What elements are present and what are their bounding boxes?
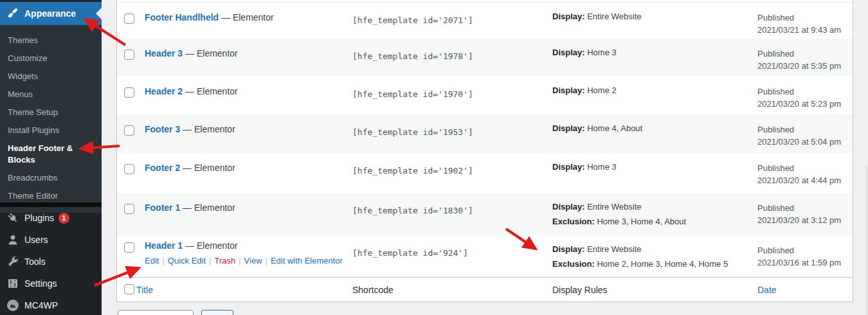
row-date-value: 2021/03/16 at 1:59 pm [757, 256, 841, 269]
row-display-rules: Display: Home 2 [552, 86, 617, 101]
apply-button[interactable] [201, 310, 233, 315]
paintbrush-icon [6, 7, 19, 20]
row-action-view[interactable]: View [244, 256, 262, 266]
appearance-submenu: ThemesCustomizeWidgetsMenusTheme SetupIn… [0, 25, 102, 213]
title-cell: Header 3 — Elementor [145, 48, 238, 59]
sidebar-item-plugins[interactable]: Plugins 1 [0, 207, 102, 229]
table-row: Header 1 — Elementor Edit|Quick Edit|Tra… [117, 235, 853, 277]
sidebar-item-label: Menus [8, 89, 33, 99]
row-status: Published [757, 202, 841, 214]
display-label: Display: [552, 12, 585, 21]
row-title-link[interactable]: Header 3 [145, 48, 183, 59]
row-checkbox[interactable] [124, 204, 134, 214]
exclusion-label: Exclusion: [552, 259, 595, 269]
table-row: Footer 1 — Elementor [hfe_template id='1… [117, 193, 853, 235]
display-label: Display: [552, 202, 585, 212]
sidebar-item-label: Header Footer & Blocks [8, 143, 73, 165]
column-header-date[interactable]: Date [757, 285, 777, 295]
row-status: Published [757, 48, 841, 60]
title-cell: Header 1 — Elementor Edit|Quick Edit|Tra… [145, 240, 343, 267]
sidebar-item-mc4wp[interactable]: MC4WP [0, 294, 102, 315]
title-cell: Footer 2 — Elementor [145, 162, 235, 174]
sidebar-item-appearance[interactable]: Appearance [0, 2, 102, 25]
admin-main-menu: Plugins 1 Users Tools Settings [0, 207, 102, 315]
row-status: Published [757, 12, 841, 24]
title-cell: Footer 3 — Elementor [145, 123, 235, 135]
sidebar-item-tools[interactable]: Tools [0, 251, 102, 273]
row-action-quick-edit[interactable]: Quick Edit [168, 256, 206, 266]
row-date-value: 2021/03/20 at 4:44 pm [757, 174, 841, 186]
sidebar-item-themes[interactable]: Themes [0, 32, 102, 50]
row-status: Published [757, 86, 841, 98]
row-status: Published [757, 123, 841, 136]
sidebar-item-label: Appearance [24, 8, 76, 19]
sidebar-item-theme-setup[interactable]: Theme Setup [0, 104, 102, 122]
row-action-trash[interactable]: Trash [214, 256, 235, 266]
action-separator: | [162, 256, 164, 266]
display-label: Display: [552, 86, 585, 95]
table-row: Footer 3 — Elementor [hfe_template id='1… [117, 114, 853, 153]
column-header-display-rules: Display Rules [552, 285, 608, 295]
row-title-link[interactable]: Footer 1 [145, 203, 180, 213]
row-date: Published 2021/03/20 at 3:12 pm [757, 202, 841, 226]
row-checkbox[interactable] [124, 242, 134, 253]
row-action-edit[interactable]: Edit [145, 256, 159, 266]
list-table-body: Footer Handlheld — Elementor [hfe_templa… [117, 3, 853, 277]
sidebar-item-customize[interactable]: Customize [0, 50, 102, 68]
bulk-actions-select[interactable] [118, 310, 194, 315]
sidebar-item-label: Breadcrumbs [8, 173, 57, 183]
settings-icon [6, 277, 19, 290]
row-date-value: 2021/03/20 at 5:23 pm [757, 98, 841, 110]
row-title-suffix: — Elementor [180, 124, 235, 134]
row-shortcode: [hfe_template id='2071'] [352, 15, 473, 25]
row-actions: Edit|Quick Edit|Trash|View|Edit with Ele… [145, 255, 343, 267]
display-value: Home 4, About [587, 123, 642, 133]
row-status: Published [757, 162, 841, 174]
row-title-link[interactable]: Footer 3 [145, 124, 180, 134]
users-icon [6, 233, 19, 246]
row-date: Published 2021/03/20 at 5:04 pm [757, 123, 841, 148]
sidebar-item-menus[interactable]: Menus [0, 86, 102, 104]
select-all-checkbox[interactable] [124, 284, 134, 294]
action-separator: | [239, 256, 240, 266]
display-value: Home 2 [587, 86, 617, 95]
display-value: Entire Website [587, 12, 641, 21]
row-date: Published 2021/03/20 at 4:44 pm [757, 162, 841, 186]
row-checkbox[interactable] [124, 125, 134, 136]
sidebar-item-header-footer-blocks[interactable]: Header Footer & Blocks [0, 140, 102, 169]
sidebar-item-label: Theme Editor [8, 191, 58, 201]
display-value: Home 3 [587, 48, 617, 57]
row-checkbox[interactable] [124, 164, 134, 174]
row-status: Published [757, 244, 841, 256]
sidebar-item-label: Install Plugins [8, 125, 59, 135]
sidebar-item-users[interactable]: Users [0, 229, 102, 251]
row-title-suffix: — Elementor [219, 12, 274, 22]
column-header-title[interactable]: Title [136, 285, 153, 295]
row-checkbox[interactable] [124, 14, 134, 24]
display-value: Entire Website [587, 202, 641, 212]
sidebar-item-widgets[interactable]: Widgets [0, 68, 102, 86]
sidebar-item-label: Themes [8, 35, 38, 45]
row-title-link[interactable]: Header 1 [145, 240, 183, 251]
sidebar-item-settings[interactable]: Settings [0, 273, 102, 294]
current-menu-arrow [96, 8, 102, 19]
sidebar-item-install-plugins[interactable]: Install Plugins [0, 122, 102, 140]
row-title-link[interactable]: Header 2 [145, 86, 183, 96]
display-value: Entire Website [587, 244, 641, 254]
row-action-edit-with-elementor[interactable]: Edit with Elementor [271, 256, 343, 266]
row-shortcode: [hfe_template id='1978'] [352, 51, 473, 61]
display-label: Display: [552, 48, 585, 57]
display-label: Display: [552, 123, 585, 133]
row-shortcode: [hfe_template id='1953'] [352, 127, 473, 137]
row-display-rules: Display: Entire Website Exclusion: Home … [552, 203, 686, 232]
row-shortcode: [hfe_template id='1902'] [352, 166, 473, 176]
row-display-rules: Display: Home 4, About [552, 124, 642, 139]
action-separator: | [209, 256, 211, 266]
sidebar-item-breadcrumbs[interactable]: Breadcrumbs [0, 169, 102, 187]
row-checkbox[interactable] [124, 50, 134, 60]
row-title-link[interactable]: Footer Handlheld [145, 12, 219, 22]
row-checkbox[interactable] [124, 87, 134, 98]
row-title-link[interactable]: Footer 2 [145, 163, 180, 173]
row-title-suffix: — Elementor [183, 240, 238, 251]
sidebar-item-label: Tools [24, 256, 46, 267]
